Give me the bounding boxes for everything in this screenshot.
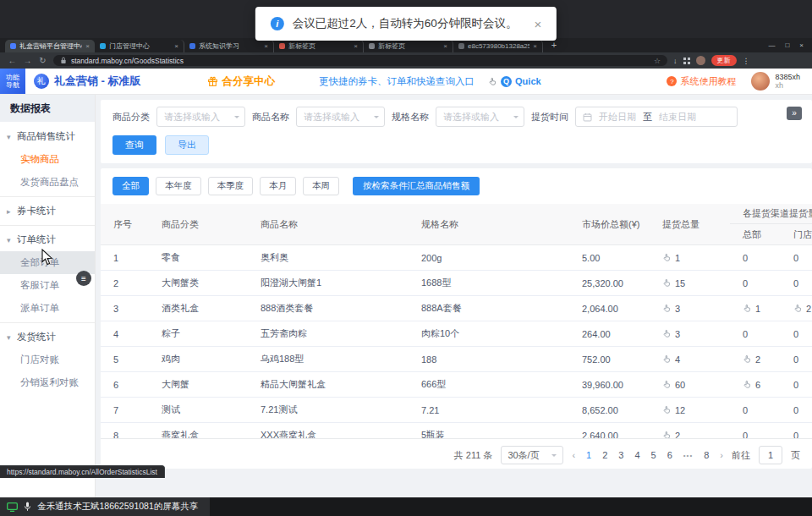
page-size-select[interactable]: 30条/页 xyxy=(501,446,563,464)
new-tab-button[interactable]: + xyxy=(548,40,560,52)
cell-pick-hq[interactable]: 2 xyxy=(730,354,781,365)
filter-select[interactable]: 请选择或输入 xyxy=(156,107,245,127)
minimize-button[interactable]: — xyxy=(768,41,775,49)
page-number[interactable]: 6 xyxy=(667,450,672,460)
range-tab[interactable]: 本周 xyxy=(303,177,339,195)
tab-close-icon[interactable]: × xyxy=(533,42,537,50)
range-tab[interactable]: 本年度 xyxy=(156,177,201,195)
user-info[interactable]: 8385xh xh xyxy=(751,72,800,91)
cell-pick-hq: 0 xyxy=(730,405,781,415)
cell-pick-total[interactable]: 60 xyxy=(650,380,730,390)
caret-down-icon: ▾ xyxy=(7,236,17,244)
browser-tab[interactable]: e8c573980b1328a258fd2e6f× xyxy=(453,40,543,52)
page-number[interactable]: 4 xyxy=(634,450,639,460)
sidebar-item[interactable]: 门店对账 xyxy=(0,349,95,371)
prev-page-icon[interactable]: ‹ xyxy=(572,450,575,460)
tab-close-icon[interactable]: × xyxy=(85,42,90,50)
chevron-down-icon xyxy=(513,116,518,121)
sidebar-item[interactable]: 派单订单 xyxy=(0,297,95,320)
share-center-label: 合分享中心 xyxy=(222,74,276,89)
export-button[interactable]: 导出 xyxy=(165,135,209,155)
page-number[interactable]: 5 xyxy=(651,450,656,460)
reload-icon[interactable]: ↻ xyxy=(38,56,47,65)
quick-link[interactable]: Q Quick xyxy=(488,76,541,87)
pick-count: 0 xyxy=(793,253,798,263)
menu-kebab-icon[interactable]: ⋮ xyxy=(743,57,750,65)
url-text: standard.maboy.cn/GoodsStatistics xyxy=(71,57,184,65)
range-tab[interactable]: 全部 xyxy=(112,177,149,195)
info-icon: i xyxy=(271,17,284,30)
goto-page-input[interactable]: 1 xyxy=(759,446,782,464)
date-range-input[interactable]: 开始日期至结束日期 xyxy=(575,107,738,127)
collapse-filters-icon[interactable]: » xyxy=(787,107,802,120)
bookmark-star-icon[interactable]: ☆ xyxy=(654,57,661,65)
sidebar-item[interactable]: ▾发货统计 xyxy=(0,326,95,349)
page-number[interactable]: 2 xyxy=(602,450,607,460)
back-icon[interactable]: ← xyxy=(8,56,17,65)
maximize-button[interactable]: □ xyxy=(785,41,789,49)
cell-pick-total[interactable]: 3 xyxy=(650,329,730,339)
query-button[interactable]: 查询 xyxy=(112,135,156,155)
close-window-button[interactable]: × xyxy=(799,41,804,49)
sidebar-item[interactable]: 分销返利对账 xyxy=(0,371,95,394)
cell-pick-total[interactable]: 1 xyxy=(650,253,730,263)
browser-tab[interactable]: 门店管理中心× xyxy=(95,40,184,52)
lock-icon xyxy=(60,57,67,64)
cell-pick-total[interactable]: 2 xyxy=(650,431,730,440)
tab-close-icon[interactable]: × xyxy=(174,42,178,50)
cell-pick-total[interactable]: 12 xyxy=(650,405,730,415)
cell-pick-hq[interactable]: 1 xyxy=(730,304,781,314)
tab-close-icon[interactable]: × xyxy=(354,42,358,50)
url-input[interactable]: standard.maboy.cn/GoodsStatistics ☆ xyxy=(53,55,667,66)
cell-category: 酒类礼盒 xyxy=(149,302,248,315)
cell-pick-total[interactable]: 4 xyxy=(650,354,730,365)
feature-nav-tile[interactable]: 功能 导航 xyxy=(0,69,25,94)
next-page-icon[interactable]: › xyxy=(720,450,723,460)
browser-tabs: 礼盒营销平台管理中心×门店管理中心×系统知识学习×新标签页×新标签页×e8c57… xyxy=(5,40,543,52)
table-panel: 全部本年度本季度本月本周按检索条件汇总商品销售额 序号商品分类商品名称规格名称市… xyxy=(101,168,812,469)
browser-tab[interactable]: 礼盒营销平台管理中心× xyxy=(5,40,95,52)
toast-close-icon[interactable]: × xyxy=(534,17,541,31)
cell-name: 7.21测试 xyxy=(248,403,409,416)
range-tab[interactable]: 本季度 xyxy=(208,177,254,195)
sidebar-item[interactable]: ▸券卡统计 xyxy=(0,200,95,222)
range-tab[interactable]: 本月 xyxy=(260,177,296,195)
browser-tab[interactable]: 系统知识学习× xyxy=(184,40,274,52)
page-number[interactable]: 8 xyxy=(704,450,709,460)
click-hand-icon xyxy=(662,253,672,262)
cell-pick-total[interactable]: 15 xyxy=(650,278,730,288)
sidebar-item[interactable]: ▾订单统计 xyxy=(0,228,95,251)
forward-icon[interactable]: → xyxy=(23,56,32,65)
downloads-icon[interactable]: ↓ xyxy=(673,57,678,65)
sidebar-item[interactable]: 发货商品盘点 xyxy=(0,171,95,194)
extensions-icon[interactable] xyxy=(683,58,690,64)
filter-select[interactable]: 请选择或输入 xyxy=(296,107,385,127)
tutorial-link[interactable]: ? 系统使用教程 xyxy=(667,75,736,88)
sidebar-collapse-handle[interactable]: ≡ xyxy=(76,271,91,286)
browser-tab[interactable]: 新标签页× xyxy=(274,40,364,52)
page-number[interactable]: 1 xyxy=(586,450,591,460)
tab-title: 新标签页 xyxy=(378,41,440,51)
table-row: 6大闸蟹精品大闸蟹礼盒666型39,960.006060 xyxy=(101,372,812,398)
cell-pick-hq[interactable]: 6 xyxy=(730,380,781,390)
cell-pick-total[interactable]: 3 xyxy=(650,304,730,314)
click-hand-icon xyxy=(662,354,672,364)
page-number[interactable]: 3 xyxy=(618,450,623,460)
cell-pick-hq: 0 xyxy=(730,278,781,288)
filter-label: 规格名称 xyxy=(392,111,429,124)
cell-pick-store[interactable]: 2 xyxy=(781,304,812,314)
browser-tab[interactable]: 新标签页× xyxy=(364,40,453,52)
date-start-placeholder: 开始日期 xyxy=(599,111,636,124)
update-button[interactable]: 更新 xyxy=(711,55,737,66)
browser-profile-avatar[interactable] xyxy=(696,56,705,65)
cell-pick-store: 0 xyxy=(781,380,812,390)
tab-close-icon[interactable]: × xyxy=(443,42,447,50)
sidebar-item[interactable]: 实物商品 xyxy=(0,148,95,171)
tab-close-icon[interactable]: × xyxy=(264,42,268,50)
summary-button[interactable]: 按检索条件汇总商品销售额 xyxy=(353,177,480,195)
sidebar-item[interactable]: ▾商品销售统计 xyxy=(0,125,95,148)
filter-select[interactable]: 请选择或输入 xyxy=(436,107,524,127)
share-center-link[interactable]: 合分享中心 xyxy=(207,74,276,89)
click-hand-icon xyxy=(662,329,672,338)
cell-amount: 5.00 xyxy=(569,253,650,263)
